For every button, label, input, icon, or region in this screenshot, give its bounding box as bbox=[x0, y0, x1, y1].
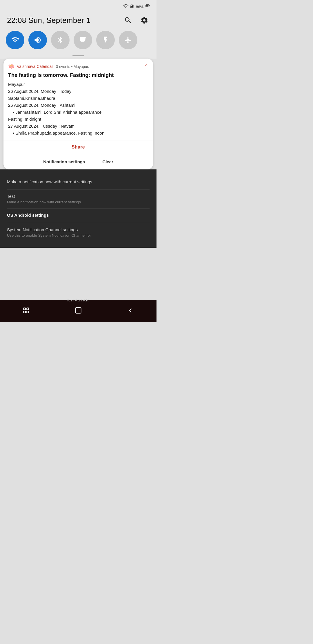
notification-footer: Notification settings Clear bbox=[3, 154, 153, 169]
drag-line bbox=[72, 55, 84, 56]
svg-rect-7 bbox=[23, 308, 26, 310]
status-bar: 86% bbox=[0, 0, 156, 12]
share-row: Share bbox=[3, 140, 153, 154]
list-item-title: OS Android settings bbox=[7, 213, 150, 218]
svg-rect-11 bbox=[75, 307, 81, 313]
svg-rect-3 bbox=[133, 5, 134, 8]
wifi-toggle-button[interactable] bbox=[6, 31, 24, 49]
recent-apps-button[interactable] bbox=[20, 305, 32, 316]
notif-line-6: Fasting: midnight bbox=[8, 116, 148, 123]
list-item-title: System Notification Channel settings bbox=[7, 227, 150, 232]
notif-line-7: 27 August 2024, Tuesday : Navami bbox=[8, 123, 148, 130]
svg-rect-5 bbox=[149, 5, 150, 6]
battery-icon bbox=[145, 4, 151, 10]
carrier-label: KYIVSTAR bbox=[67, 298, 89, 302]
quick-header: 22:08 Sun, September 1 bbox=[0, 12, 156, 30]
notif-line-1: Mayapur bbox=[8, 81, 148, 88]
signal-icon bbox=[130, 4, 134, 10]
home-button[interactable] bbox=[72, 305, 84, 316]
header-action-icons bbox=[123, 15, 150, 26]
app-icon: 🪷 bbox=[8, 63, 14, 70]
airplane-toggle-button[interactable] bbox=[119, 31, 137, 49]
volume-toggle-button[interactable] bbox=[28, 31, 47, 49]
wifi-icon bbox=[123, 3, 128, 10]
flashlight-toggle-button[interactable] bbox=[96, 31, 115, 49]
notification-title: The fasting is tomorrow. Fasting: midnig… bbox=[8, 72, 148, 79]
svg-rect-8 bbox=[23, 311, 26, 313]
svg-rect-6 bbox=[146, 5, 149, 7]
list-item-title: Test bbox=[7, 194, 150, 199]
notif-line-4: 26 August 2024, Monday : Ashtami bbox=[8, 102, 148, 109]
clear-button[interactable]: Clear bbox=[102, 159, 113, 164]
app-content: Make a notification now with current set… bbox=[0, 169, 156, 248]
share-button[interactable]: Share bbox=[72, 144, 85, 149]
back-button[interactable] bbox=[125, 305, 136, 316]
notif-line-5: • Janmashtami: Lord Shri Krishna appeara… bbox=[8, 109, 148, 116]
notif-line-3: Saptami,Krishna,Bhadra bbox=[8, 95, 148, 102]
notification-settings-button[interactable]: Notification settings bbox=[43, 159, 85, 164]
notification-body: The fasting is tomorrow. Fasting: midnig… bbox=[3, 72, 153, 140]
list-item[interactable]: OS Android settings bbox=[7, 209, 150, 223]
list-item[interactable]: Make a notification now with current set… bbox=[7, 175, 150, 190]
screen-toggle-button[interactable] bbox=[74, 31, 92, 49]
list-item[interactable]: System Notification Channel settings Use… bbox=[7, 223, 150, 242]
status-icons: 86% bbox=[123, 3, 151, 10]
list-item-subtitle: Make a notification now with current set… bbox=[7, 200, 150, 204]
bluetooth-toggle-button[interactable] bbox=[51, 31, 70, 49]
svg-rect-9 bbox=[27, 308, 29, 310]
quick-toggles bbox=[0, 30, 156, 54]
notification-header: 🪷 Vaishnava Calendar 3 events • Mayapur.… bbox=[3, 59, 153, 72]
datetime-display: 22:08 Sun, September 1 bbox=[7, 16, 90, 25]
svg-rect-1 bbox=[131, 6, 132, 8]
settings-button[interactable] bbox=[139, 15, 150, 26]
notification-card: 🪷 Vaishnava Calendar 3 events • Mayapur.… bbox=[3, 59, 153, 169]
notif-line-2: 26 August 2024, Monday : Today bbox=[8, 88, 148, 95]
expand-icon[interactable]: ⌃ bbox=[144, 63, 148, 70]
search-button[interactable] bbox=[123, 15, 133, 26]
svg-rect-0 bbox=[130, 6, 131, 8]
svg-rect-10 bbox=[27, 311, 29, 313]
list-item[interactable]: Test Make a notification now with curren… bbox=[7, 190, 150, 209]
app-name: Vaishnava Calendar bbox=[17, 64, 53, 69]
battery-percentage: 86% bbox=[136, 5, 143, 9]
drag-handle bbox=[0, 54, 156, 59]
bottom-navigation bbox=[0, 300, 156, 322]
notification-meta: 3 events • Mayapur. bbox=[56, 64, 89, 69]
notif-line-8: • Shrila Prabhupada appearance. Fasting:… bbox=[8, 130, 148, 137]
svg-rect-2 bbox=[132, 5, 133, 8]
list-item-subtitle: Use this to enable System Notification C… bbox=[7, 233, 150, 238]
list-item-title: Make a notification now with current set… bbox=[7, 179, 150, 184]
